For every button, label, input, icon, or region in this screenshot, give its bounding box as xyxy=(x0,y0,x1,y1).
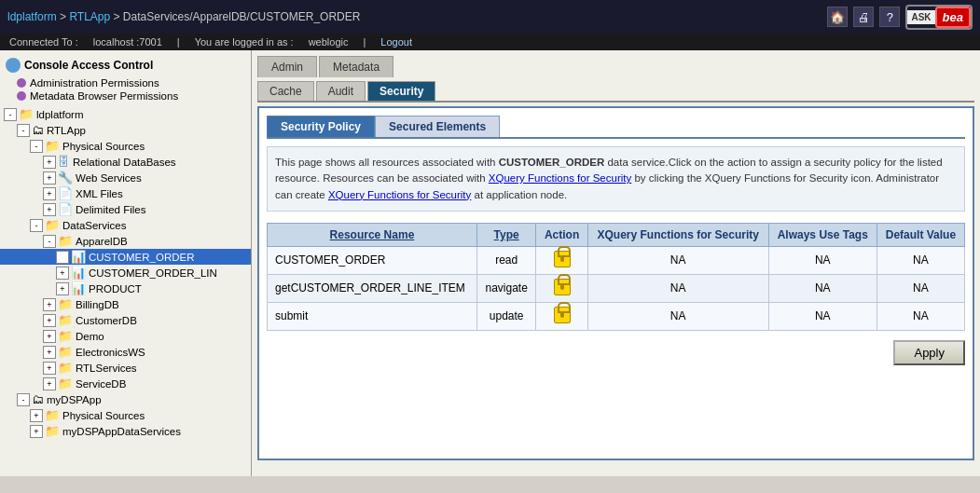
product-toggle[interactable]: + xyxy=(56,282,69,295)
mydspapp-ds-label: myDSPAppDataServices xyxy=(62,426,181,437)
tab-metadata[interactable]: Metadata xyxy=(319,56,393,77)
info-bold: CUSTOMER_ORDER xyxy=(499,157,605,168)
relational-db-label: Relational DataBases xyxy=(73,157,176,168)
billingdb-icon: 📁 xyxy=(58,297,73,311)
customer-order-line-toggle[interactable]: + xyxy=(56,267,69,280)
ask-label: ASK xyxy=(907,10,934,24)
web-services-toggle[interactable]: + xyxy=(43,171,56,185)
action-cell-1[interactable] xyxy=(536,246,587,274)
policy-tab-bar: Security Policy Secured Elements xyxy=(267,116,965,139)
delimited-files-item[interactable]: + 📄 Delimited Files xyxy=(0,201,251,217)
mydspapp-toggle[interactable]: - xyxy=(17,393,30,406)
help-icon[interactable]: ? xyxy=(879,7,900,27)
apply-button[interactable]: Apply xyxy=(893,340,965,365)
mydspapp-physical-item[interactable]: + 📁 Physical Sources xyxy=(0,407,251,423)
type-cell-3: update xyxy=(476,302,536,330)
connection-bar: Connected To : localhost :7001 | You are… xyxy=(0,34,980,50)
product-item[interactable]: + 📊 PRODUCT xyxy=(0,281,251,296)
table-header-row: Resource Name Type Action XQuery Functio… xyxy=(268,223,965,246)
breadcrumb-text: ldplatform > RTLApp > DataServices/Appar… xyxy=(7,10,360,23)
dataservices-item[interactable]: - 📁 DataServices xyxy=(0,217,251,233)
billingdb-item[interactable]: + 📁 BillingDB xyxy=(0,296,251,312)
servicedb-item[interactable]: + 📁 ServiceDB xyxy=(0,376,251,391)
lock-icon-2[interactable] xyxy=(554,279,571,295)
physical-sources-item[interactable]: - 📁 Physical Sources xyxy=(0,138,251,154)
xml-files-toggle[interactable]: + xyxy=(43,187,56,200)
print-icon[interactable]: 🖨 xyxy=(853,7,874,27)
info-text: This page shows all resources associated… xyxy=(267,146,965,212)
demo-toggle[interactable]: + xyxy=(43,330,56,343)
appareldb-item[interactable]: - 📁 ApparelDB xyxy=(0,233,251,249)
main-tab-bar: Admin Metadata xyxy=(257,56,974,77)
relational-db-item[interactable]: + 🗄 Relational DataBases xyxy=(0,154,251,170)
mydspapp-ds-item[interactable]: + 📁 myDSPAppDataServices xyxy=(0,423,251,439)
tab-audit[interactable]: Audit xyxy=(316,81,366,101)
xquery-link-2[interactable]: XQuery Functions for Security xyxy=(328,189,471,200)
mydspapp-ds-toggle[interactable]: + xyxy=(30,425,43,438)
resource-name-sort[interactable]: Resource Name xyxy=(330,228,415,241)
admin-permissions-item[interactable]: Administration Permissions xyxy=(0,76,251,89)
customer-order-item[interactable]: + 📊 CUSTOMER_ORDER xyxy=(0,249,251,265)
rtlservices-icon: 📁 xyxy=(58,361,73,375)
billingdb-toggle[interactable]: + xyxy=(43,298,56,311)
col-type[interactable]: Type xyxy=(476,223,536,246)
mydspapp-item[interactable]: - 🗂 myDSPApp xyxy=(0,391,251,407)
appareldb-toggle[interactable]: - xyxy=(43,235,56,248)
tab-security-policy[interactable]: Security Policy xyxy=(267,116,375,137)
rtlservices-item[interactable]: + 📁 RTLServices xyxy=(0,360,251,376)
col-default-value: Default Value xyxy=(876,223,964,246)
rtlapp-toggle[interactable]: - xyxy=(17,124,30,137)
dataservices-toggle[interactable]: - xyxy=(30,219,43,232)
rtlapp-item[interactable]: - 🗂 RTLApp xyxy=(0,122,251,138)
type-sort[interactable]: Type xyxy=(494,228,519,241)
type-cell-1: read xyxy=(476,246,536,274)
lock-icon-1[interactable] xyxy=(554,251,571,267)
ldplatform-toggle[interactable]: - xyxy=(4,108,17,121)
demo-label: Demo xyxy=(76,331,104,342)
web-services-item[interactable]: + 🔧 Web Services xyxy=(0,170,251,185)
customerdb-item[interactable]: + 📁 CustomerDB xyxy=(0,312,251,328)
customer-order-line-item[interactable]: + 📊 CUSTOMER_ORDER_LIN xyxy=(0,265,251,281)
electronicws-item[interactable]: + 📁 ElectronicsWS xyxy=(0,344,251,360)
type-cell-2: navigate xyxy=(476,274,536,302)
tab-cache[interactable]: Cache xyxy=(257,81,314,101)
metadata-dot-icon xyxy=(17,91,26,101)
tab-admin[interactable]: Admin xyxy=(257,56,317,77)
mydspapp-physical-toggle[interactable]: + xyxy=(30,409,43,422)
tab-secured-elements[interactable]: Secured Elements xyxy=(375,116,500,137)
always-use-cell-3: NA xyxy=(768,302,876,330)
xml-files-item[interactable]: + 📄 XML Files xyxy=(0,185,251,201)
action-cell-2[interactable] xyxy=(536,274,587,302)
ldplatform-label: ldplatform xyxy=(36,109,84,120)
header-icons: 🏠 🖨 ? ASK bea xyxy=(827,5,973,30)
web-services-label: Web Services xyxy=(76,172,142,184)
xml-files-label: XML Files xyxy=(76,188,123,199)
xquery-link-1[interactable]: XQuery Functions for Security xyxy=(489,172,631,184)
physical-sources-toggle[interactable]: - xyxy=(30,140,43,153)
relational-db-toggle[interactable]: + xyxy=(43,156,56,169)
customerdb-toggle[interactable]: + xyxy=(43,314,56,327)
rtlapp-label: RTLApp xyxy=(47,125,86,136)
delimited-files-toggle[interactable]: + xyxy=(43,203,56,216)
appareldb-label: ApparelDB xyxy=(76,236,128,247)
servicedb-toggle[interactable]: + xyxy=(43,377,56,390)
electronicws-toggle[interactable]: + xyxy=(43,346,56,359)
tab-security[interactable]: Security xyxy=(367,81,435,101)
dataservices-icon: 📁 xyxy=(45,218,60,232)
metadata-permissions-item[interactable]: Metadata Browser Permissions xyxy=(0,89,251,103)
breadcrumb-ldplatform[interactable]: ldplatform xyxy=(7,10,57,23)
security-table: Resource Name Type Action XQuery Functio… xyxy=(267,223,965,331)
breadcrumb-rtlapp[interactable]: RTLApp xyxy=(69,10,110,23)
demo-item[interactable]: + 📁 Demo xyxy=(0,328,251,344)
always-use-cell-1: NA xyxy=(768,246,876,274)
col-resource-name[interactable]: Resource Name xyxy=(268,223,477,246)
home-icon[interactable]: 🏠 xyxy=(827,7,848,27)
ldplatform-root[interactable]: - 📁 ldplatform xyxy=(0,106,251,122)
breadcrumb: ldplatform > RTLApp > DataServices/Appar… xyxy=(7,10,827,23)
lock-icon-3[interactable] xyxy=(554,307,571,323)
action-cell-3[interactable] xyxy=(536,302,587,330)
customerdb-label: CustomerDB xyxy=(76,315,137,326)
logout-link[interactable]: Logout xyxy=(380,36,412,48)
customer-order-toggle[interactable]: + xyxy=(56,251,69,264)
rtlservices-toggle[interactable]: + xyxy=(43,362,56,375)
